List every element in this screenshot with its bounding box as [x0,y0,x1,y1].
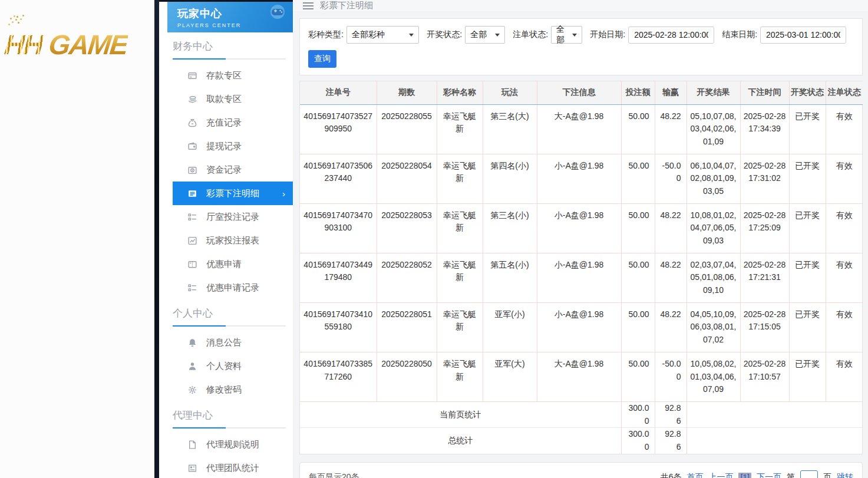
cell-win-loss: -50.00 [655,352,687,401]
lottery-type-select[interactable]: 全部彩种 [346,26,419,44]
sidebar-item-player-bet-report[interactable]: 玩家投注报表 [159,229,293,252]
cell-draw-status: 已开奖 [789,302,826,352]
grand-stats-bet-total: 300.00 [621,428,655,454]
cell-draw-result: 10,08,01,02,04,07,06,05,09,03 [687,203,740,253]
chevron-right-icon: › [282,189,285,199]
page-stats-bet-total: 300.00 [621,401,655,427]
bet-table: 注单号 期数 彩种名称 玩法 下注信息 投注额 输赢 开奖结果 下注时间 开奖状… [300,81,863,454]
lottery-type-label: 彩种类型: [308,29,344,40]
prev-page-link[interactable]: 上一页 [708,472,733,478]
sidebar-item-label: 代理团队统计 [206,463,259,474]
cell-order-no: 401569174073385717260 [300,352,377,401]
cell-draw-result: 04,05,10,09,06,03,08,01,07,02 [687,302,740,352]
draw-status-value: 全部 [470,29,487,40]
cell-lottery-name: 幸运飞艇新 [437,104,483,154]
col-header: 注单号 [300,81,377,104]
sidebar-item-label: 资金记录 [206,164,242,176]
sidebar-item-label: 个人资料 [206,361,242,372]
sidebar-item-withdraw-zone[interactable]: 取款专区 [159,87,293,111]
sidebar-item-deposit-zone[interactable]: 存款专区 [159,64,293,87]
order-status-value: 全部 [556,24,567,45]
col-header: 下注时间 [740,81,789,104]
sidebar-item-label: 代理规则说明 [206,439,259,450]
sidebar-item-agent-team-stats[interactable]: 代理团队统计 [159,456,293,478]
search-button[interactable]: 查询 [308,50,336,68]
end-date-input[interactable] [760,27,846,44]
sidebar-item-label: 消息公告 [206,337,242,348]
sidebar-item-recharge-records[interactable]: 充值记录 [159,111,293,134]
first-page-link[interactable]: 首页 [687,472,703,478]
chevron-down-icon [495,34,500,37]
cell-period: 20250228052 [377,253,437,302]
cell-play: 亚军(小) [483,302,537,352]
cell-order-no: 401569174073449179480 [300,253,377,302]
withdraw-hand-icon [187,94,197,104]
start-date-input[interactable] [628,27,714,44]
hall-records-icon [187,212,197,222]
cell-bet-info: 小-A盘@1.98 [537,302,621,352]
total-count-text: 共6条 [661,472,682,478]
section-title-agent: 代理中心 [159,401,293,422]
sidebar-item-announcements[interactable]: 消息公告 [159,331,293,354]
cell-order-status: 有效 [826,104,863,154]
cell-order-no: 401569174073470903100 [300,203,377,253]
page-number-input[interactable] [800,470,818,478]
sidebar-item-promo-apply-records[interactable]: 优惠申请记录 [159,276,293,299]
col-header: 投注额 [621,81,655,104]
sidebar-item-label: 取款专区 [206,94,242,105]
cell-draw-result: 06,10,04,07,02,08,01,09,03,05 [687,154,740,203]
bet-table-panel: 注单号 期数 彩种名称 玩法 下注信息 投注额 输赢 开奖结果 下注时间 开奖状… [299,81,863,454]
page-stats-empty [687,401,863,427]
cell-draw-status: 已开奖 [789,253,826,302]
sidebar-item-promo-apply[interactable]: 优惠申请 [159,252,293,276]
section-title-personal: 个人中心 [159,299,293,320]
cell-bet-time: 2025-02-28 17:15:05 [740,302,789,352]
cell-draw-status: 已开奖 [789,352,826,401]
deposit-card-icon [187,71,197,81]
table-header-row: 注单号 期数 彩种名称 玩法 下注信息 投注额 输赢 开奖结果 下注时间 开奖状… [300,81,863,104]
sidebar-item-funds-records[interactable]: 资金记录 [159,158,293,182]
hamburger-menu-icon[interactable] [303,2,313,9]
col-header: 输赢 [655,81,687,104]
jump-prefix-text: 第 [787,472,795,478]
cell-bet-info: 大-A盘@1.98 [537,104,621,154]
section-underline [173,58,286,60]
filter-panel: 彩种类型: 全部彩种 开奖状态: 全部 注单状态: 全部 [299,18,863,75]
cell-play: 第四名(小) [483,154,537,203]
sidebar-item-withdrawal-records[interactable]: 提现记录 [159,134,293,158]
cell-order-no: 401569174073410559180 [300,302,377,352]
col-header: 下注信息 [537,81,621,104]
sidebar-item-label: 玩家投注报表 [206,235,259,246]
jump-button[interactable]: 跳转 [837,472,853,478]
cell-order-status: 有效 [826,352,863,401]
sidebar-item-agent-rules[interactable]: 代理规则说明 [159,433,293,456]
cell-order-status: 有效 [826,302,863,352]
jump-suffix-text: 页 [823,472,831,478]
sidebar-item-change-password[interactable]: 修改密码 [159,378,293,401]
order-status-select[interactable]: 全部 [551,26,582,44]
sidebar-item-profile[interactable]: 个人资料 [159,354,293,378]
table-row: 401569174073385717260 20250228050 幸运飞艇新 … [300,352,863,401]
draw-status-select[interactable]: 全部 [465,26,505,44]
cell-bet-info: 小-A盘@1.98 [537,154,621,203]
col-header: 彩种名称 [437,81,483,104]
cell-draw-status: 已开奖 [789,104,826,154]
col-header: 期数 [377,81,437,104]
current-page-indicator[interactable]: [1] [738,473,751,478]
end-date-label: 结束日期: [722,29,757,40]
sidebar-item-label: 存款专区 [206,70,242,81]
logo-hh-text: HH [3,29,44,60]
next-page-link[interactable]: 下一页 [757,472,781,478]
sidebar-item-hall-bet-records[interactable]: 厅室投注记录 [159,205,293,229]
hh-game-logo[interactable]: HH GAME [3,28,129,61]
cell-bet-info: 大-A盘@1.98 [537,352,621,401]
cell-play: 第三名(小) [483,203,537,253]
sidebar-item-lottery-bet-detail[interactable]: 彩票下注明细 › [173,182,293,205]
pagination-bar: 每页显示20条 共6条 首页 上一页 [1] 下一页 第 页 跳转 [299,462,863,478]
sidebar-item-label: 充值记录 [206,117,242,128]
main-area: 彩票下注明细 彩种类型: 全部彩种 开奖状态: 全部 注单状态: [293,0,868,478]
sidebar-item-label: 优惠申请 [206,259,242,270]
table-row: 401569174073506237440 20250228054 幸运飞艇新 … [300,154,863,203]
cell-bet-time: 2025-02-28 17:25:09 [740,203,789,253]
cell-order-status: 有效 [826,154,863,203]
